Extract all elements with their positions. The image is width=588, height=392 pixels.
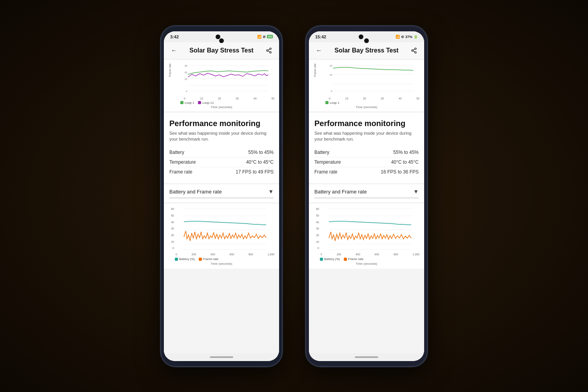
svg-text:20: 20 (330, 65, 332, 67)
perf-value-battery-right: 55% to 45% (393, 150, 419, 155)
legend-battery-left: Battery (%) (175, 257, 195, 261)
svg-point-22 (412, 50, 413, 51)
perf-label-fps-right: Frame rate (314, 169, 338, 175)
big-chart-area-right: 02004006008001,000 (321, 208, 419, 256)
perf-label-temp-right: Temperature (314, 159, 341, 165)
perf-row-battery-left: Battery 55% to 45% (169, 148, 274, 157)
svg-line-4 (268, 49, 270, 50)
perf-label-fps-left: Frame rate (169, 169, 192, 175)
perf-value-temp-left: 40°C to 45°C (246, 159, 274, 165)
phone-left: 3:42 📶 ⊘ 4G ← Solar Bay Stress Test (161, 26, 282, 367)
legend-loop1-left: Loop 1 (180, 101, 194, 105)
home-indicator-left[interactable] (210, 356, 233, 358)
framerate-legend-left: Loop 1 Loop 11 (169, 101, 274, 105)
camera-notch-right (364, 38, 369, 43)
svg-point-0 (270, 48, 271, 49)
app-title-left: Solar Bay Stress Test (183, 47, 260, 54)
screen-content-right[interactable]: Frame rate 20 10 (309, 60, 424, 353)
big-chart-section-right: 6050403020100 (309, 204, 424, 269)
big-chart-svg-right (321, 208, 419, 251)
big-chart-x-labels-left: 02004006008001,000 (176, 252, 274, 256)
status-icons-right-right: 📶 ⊘ 37% 🔋 (396, 35, 418, 39)
phone-left-screen: 3:42 📶 ⊘ 4G ← Solar Bay Stress Test (164, 31, 279, 361)
scene: 3:42 📶 ⊘ 4G ← Solar Bay Stress Test (0, 0, 588, 392)
big-chart-y-axis-right: 6050403020100 (314, 208, 319, 256)
home-indicator-right[interactable] (355, 356, 378, 358)
share-button-right[interactable] (408, 45, 419, 56)
bottom-bar-right (309, 353, 424, 361)
svg-line-24 (413, 51, 415, 52)
big-chart-y-axis-left: 6050403020100 (169, 208, 174, 256)
framerate-x-axis-right: 01020304050 (317, 97, 419, 100)
perf-value-fps-left: 17 FPS to 49 FPS (236, 169, 274, 175)
app-title-right: Solar Bay Stress Test (328, 47, 405, 54)
framerate-svg-right: 20 10 0 (317, 63, 419, 95)
framerate-chart-wrapper-right: Frame rate 20 10 (314, 63, 419, 100)
dropdown-arrow-right: ▼ (413, 188, 419, 195)
legend-dot-loop1-right (325, 101, 328, 104)
svg-text:0: 0 (331, 90, 332, 92)
framerate-chart-wrapper-left: Frame rate (169, 63, 274, 100)
dropdown-control-left[interactable]: Battery and Frame rate ▼ (169, 188, 274, 198)
svg-text:20: 20 (185, 71, 187, 74)
status-icons-right-left: 📶 ⊘ 4G (257, 35, 273, 39)
svg-point-21 (415, 48, 416, 49)
big-chart-x-labels-right: 02004006008001,000 (321, 252, 419, 256)
phone-right-screen: 15:42 📶 ⊘ 37% 🔋 ← Solar Bay Stress Test (309, 31, 424, 361)
big-chart-wrapper-left: 6050403020100 (169, 208, 274, 256)
back-button-left[interactable]: ← (169, 45, 180, 56)
perf-section-left: Performance monitoring See what was happ… (164, 113, 279, 183)
perf-row-temp-left: Temperature 40°C to 45°C (169, 157, 274, 167)
perf-value-fps-right: 16 FPS to 36 FPS (381, 169, 419, 175)
big-chart-xlabel-left: Time (seconds) (169, 262, 274, 266)
framerate-chart-section-right: Frame rate 20 10 (309, 60, 424, 111)
svg-line-25 (413, 49, 415, 50)
legend-dot-framerate-left (199, 258, 202, 261)
dropdown-arrow-left: ▼ (268, 188, 274, 195)
perf-label-battery-left: Battery (169, 150, 184, 155)
framerate-x-axis-left: 01020304050 (172, 97, 274, 100)
legend-framerate-left: Frame rate (199, 257, 218, 261)
status-time-right: 15:42 (315, 34, 326, 39)
dropdown-label-right: Battery and Frame rate (314, 189, 367, 195)
legend-dot-battery-right (320, 258, 323, 261)
legend-framerate-right: Frame rate (344, 257, 363, 261)
framerate-xlabel-right: Time (seconds) (314, 105, 419, 109)
screen-content-left[interactable]: Frame rate (164, 60, 279, 353)
perf-subtitle-left: See what was happening inside your devic… (169, 130, 274, 143)
status-time-left: 3:42 (170, 34, 179, 39)
svg-text:10: 10 (330, 74, 332, 76)
legend-loop11-left: Loop 11 (198, 101, 214, 105)
dropdown-control-right[interactable]: Battery and Frame rate ▼ (314, 188, 419, 198)
big-chart-xlabel-right: Time (seconds) (314, 262, 419, 266)
framerate-chart-section-left: Frame rate (164, 60, 279, 111)
perf-row-fps-left: Frame rate 17 FPS to 49 FPS (169, 167, 274, 177)
svg-line-3 (268, 51, 270, 52)
perf-label-temp-left: Temperature (169, 159, 196, 165)
big-chart-wrapper-right: 6050403020100 (314, 208, 419, 256)
framerate-ylabel-left: Frame rate (169, 63, 171, 77)
app-bar-left: ← Solar Bay Stress Test (164, 42, 279, 60)
phone-right: 15:42 📶 ⊘ 37% 🔋 ← Solar Bay Stress Test (306, 26, 427, 367)
perf-value-battery-left: 55% to 45% (248, 150, 274, 155)
perf-title-left: Performance monitoring (169, 119, 274, 128)
legend-dot-framerate-right (344, 258, 347, 261)
perf-title-right: Performance monitoring (314, 119, 419, 128)
legend-dot-battery-left (175, 258, 178, 261)
svg-text:30: 30 (185, 65, 187, 67)
legend-dot-loop1-left (180, 101, 183, 104)
svg-text:0: 0 (186, 90, 187, 92)
share-button-left[interactable] (263, 45, 274, 56)
dropdown-section-right: Battery and Frame rate ▼ (309, 184, 424, 202)
big-legend-right: Battery (%) Frame rate (314, 257, 419, 261)
big-legend-left: Battery (%) Frame rate (169, 257, 274, 261)
framerate-svg-left: 30 20 10 0 (172, 63, 274, 95)
bottom-bar-left (164, 353, 279, 361)
back-button-right[interactable]: ← (314, 45, 325, 56)
big-chart-section-left: 6050403020100 (164, 204, 279, 269)
camera-notch-left (219, 38, 224, 43)
app-bar-right: ← Solar Bay Stress Test (309, 42, 424, 60)
dropdown-label-left: Battery and Frame rate (169, 189, 222, 195)
legend-dot-loop11-left (198, 101, 201, 104)
perf-value-temp-right: 40°C to 45°C (391, 159, 419, 165)
